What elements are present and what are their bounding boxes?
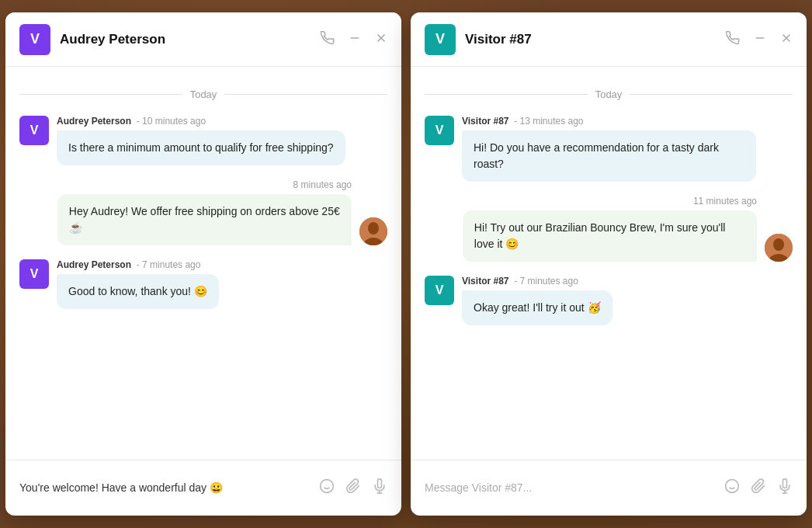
msg-time-v87-1: 13 minutes ago [519, 116, 583, 127]
sender-name-v87-2: Visitor #87 [462, 276, 508, 287]
header-icons-audrey [321, 31, 387, 47]
agent-photo-v87-1 [765, 234, 793, 262]
msg-meta-2: Audrey Peterson - 7 minutes ago [57, 259, 219, 270]
msg-content-1: Audrey Peterson - 10 minutes ago Is ther… [57, 116, 345, 165]
msg-meta-1: Audrey Peterson - 10 minutes ago [57, 116, 345, 127]
chat-input-area-visitor87[interactable]: Message Visitor #87... [411, 460, 807, 516]
avatar-visitor87: V [425, 24, 456, 55]
agent-meta-1: 8 minutes ago [293, 179, 352, 190]
window-title-audrey: Audrey Peterson [60, 32, 321, 47]
divider-line-left-v87 [425, 94, 588, 95]
chat-input-area-audrey[interactable]: You're welcome! Have a wonderful day 😀 [5, 460, 401, 516]
svg-point-4 [368, 222, 379, 234]
phone-icon-v87[interactable] [726, 31, 740, 47]
window-header-visitor87: V Visitor #87 [411, 12, 807, 67]
window-title-visitor87: Visitor #87 [465, 32, 726, 47]
msg-bubble-v87-1: Hi! Do you have a recommendation for a t… [462, 130, 756, 182]
msg-content-v87-2: Visitor #87 - 7 minutes ago Okay great! … [462, 276, 612, 325]
message-group-agent-v87-1: 11 minutes ago Hi! Try out our Brazilian… [425, 196, 793, 262]
mic-icon-audrey[interactable] [372, 478, 387, 498]
msg-bubble-2: Good to know, thank you! 😊 [57, 274, 219, 309]
sender-name-1: Audrey Peterson [57, 116, 131, 127]
date-label-audrey: Today [190, 89, 217, 100]
emoji-icon-audrey[interactable] [319, 478, 335, 498]
phone-icon[interactable] [321, 31, 335, 47]
avatar-audrey: V [19, 24, 50, 55]
message-group-visitor-2: V Audrey Peterson - 7 minutes ago Good t… [19, 259, 387, 309]
agent-meta-v87-1: 11 minutes ago [693, 196, 757, 207]
mic-icon-v87[interactable] [777, 478, 793, 498]
msg-meta-v87-2: Visitor #87 - 7 minutes ago [462, 276, 612, 287]
msg-content-v87-1: Visitor #87 - 13 minutes ago Hi! Do you … [462, 116, 756, 182]
close-icon-v87[interactable] [780, 32, 793, 47]
input-icons-audrey [319, 478, 387, 498]
divider-line-right-v87 [630, 94, 793, 95]
msg-content-agent-1: 8 minutes ago Hey Audrey! We offer free … [57, 179, 352, 245]
msg-avatar-audrey-1: V [19, 116, 49, 145]
msg-bubble-v87-2: Okay great! I'll try it out 🥳 [462, 290, 612, 325]
msg-avatar-v87-1: V [425, 116, 454, 145]
minimize-icon[interactable] [349, 32, 361, 47]
attachment-icon-audrey[interactable] [345, 478, 361, 498]
divider-line-left [19, 94, 182, 95]
sender-name-2: Audrey Peterson [57, 259, 131, 270]
chat-body-visitor87: Today V Visitor #87 - 13 minutes ago Hi!… [411, 67, 807, 460]
msg-bubble-agent-1: Hey Audrey! We offer free shipping on or… [57, 194, 352, 245]
sender-name-v87-1: Visitor #87 [462, 116, 508, 127]
chat-input-text-audrey[interactable]: You're welcome! Have a wonderful day 😀 [19, 481, 311, 496]
msg-bubble-1: Is there a minimum amount to qualify for… [57, 130, 345, 165]
attachment-icon-v87[interactable] [751, 478, 766, 498]
close-icon[interactable] [375, 32, 387, 47]
chat-input-text-visitor87[interactable]: Message Visitor #87... [425, 481, 717, 496]
message-group-visitor-1: V Audrey Peterson - 10 minutes ago Is th… [19, 116, 387, 165]
msg-bubble-agent-v87-1: Hi! Try out our Brazilian Bouncy Brew, I… [463, 210, 757, 262]
chat-window-visitor87: V Visitor #87 Today V Visitor #87 [411, 12, 807, 516]
agent-photo-1 [359, 217, 387, 245]
msg-content-2: Audrey Peterson - 7 minutes ago Good to … [57, 259, 219, 309]
svg-point-6 [321, 480, 334, 493]
header-icons-visitor87 [726, 31, 793, 47]
input-icons-visitor87 [724, 478, 793, 498]
message-group-v87-1: V Visitor #87 - 13 minutes ago Hi! Do yo… [425, 116, 793, 182]
date-label-visitor87: Today [595, 89, 623, 100]
window-header-audrey: V Audrey Peterson [5, 12, 401, 67]
svg-point-17 [726, 480, 739, 493]
msg-content-agent-v87-1: 11 minutes ago Hi! Try out our Brazilian… [463, 196, 757, 262]
minimize-icon-v87[interactable] [754, 32, 766, 47]
msg-meta-v87-1: Visitor #87 - 13 minutes ago [462, 116, 756, 127]
chat-window-audrey: V Audrey Peterson Today V Audrey Pete [5, 12, 401, 516]
divider-line-right [224, 94, 387, 95]
chat-body-audrey: Today V Audrey Peterson - 10 minutes ago… [5, 67, 401, 460]
date-divider-audrey: Today [19, 89, 387, 100]
emoji-icon-v87[interactable] [724, 478, 740, 498]
message-group-v87-2: V Visitor #87 - 7 minutes ago Okay great… [425, 276, 793, 325]
date-divider-visitor87: Today [425, 89, 793, 100]
msg-avatar-audrey-2: V [19, 259, 49, 289]
msg-avatar-v87-2: V [425, 276, 454, 305]
msg-time-1: 10 minutes ago [142, 116, 206, 127]
svg-point-15 [773, 238, 784, 251]
message-group-agent-1: 8 minutes ago Hey Audrey! We offer free … [19, 179, 387, 245]
msg-time-2: 7 minutes ago [142, 259, 200, 270]
msg-time-v87-2: 7 minutes ago [519, 276, 578, 287]
